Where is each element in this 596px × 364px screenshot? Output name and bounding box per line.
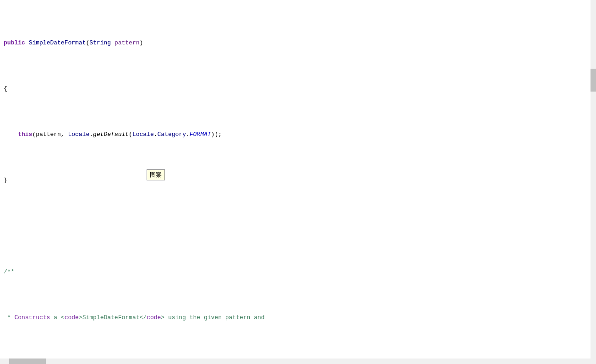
line-7: * Constructs a <code>SimpleDateFormat</c…	[0, 313, 591, 322]
tooltip-popup: 图案	[147, 169, 165, 180]
horizontal-scrollbar[interactable]	[0, 359, 591, 364]
vertical-scrollbar-thumb[interactable]	[591, 69, 596, 92]
horizontal-scrollbar-thumb[interactable]	[9, 359, 46, 364]
code-content: public SimpleDateFormat(String pattern) …	[0, 0, 591, 359]
line-1: public SimpleDateFormat(String pattern)	[0, 38, 591, 48]
line-2: {	[0, 84, 591, 93]
line-5	[0, 222, 591, 231]
line-6: /**	[0, 267, 591, 277]
line-3: this(pattern, Locale.getDefault(Locale.C…	[0, 130, 591, 139]
code-area[interactable]: public SimpleDateFormat(String pattern) …	[0, 0, 591, 359]
line-4: }	[0, 176, 591, 185]
tooltip-text: 图案	[150, 171, 162, 178]
vertical-scrollbar[interactable]	[591, 0, 596, 364]
editor-container: public SimpleDateFormat(String pattern) …	[0, 0, 596, 364]
